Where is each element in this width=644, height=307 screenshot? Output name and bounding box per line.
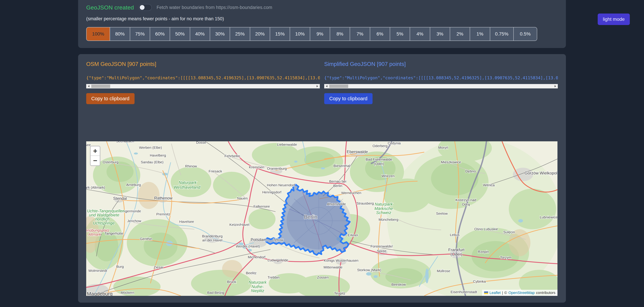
svg-text:Frankfurt: Frankfurt <box>448 248 464 252</box>
svg-text:Mittenwalde: Mittenwalde <box>324 265 342 269</box>
percent-option-9[interactable]: 9% <box>310 28 330 40</box>
percent-option-15[interactable]: 15% <box>270 28 290 40</box>
svg-text:Premnitz: Premnitz <box>156 212 170 216</box>
percent-option-25[interactable]: 25% <box>230 28 250 40</box>
status-text: GeoJSON created <box>86 4 134 11</box>
water-boundaries-toggle[interactable] <box>138 4 152 11</box>
svg-text:Brandenburg: Brandenburg <box>202 234 222 238</box>
svg-text:Strausberg: Strausberg <box>356 201 374 205</box>
leaflet-link[interactable]: Leaflet <box>490 290 501 295</box>
percent-option-6[interactable]: 6% <box>370 28 390 40</box>
svg-text:Naturpark: Naturpark <box>179 180 197 185</box>
svg-text:Sulęcin: Sulęcin <box>503 230 515 234</box>
leaflet-map[interactable]: seeSeehausenDosseWerben (Elbe)HavelbergO… <box>86 141 558 296</box>
svg-text:Hennigsdorf: Hennigsdorf <box>262 190 281 194</box>
svg-text:Märkische: Märkische <box>374 206 393 211</box>
light-mode-button[interactable]: light mode <box>598 14 630 25</box>
svg-text:Beelitz: Beelitz <box>246 271 256 275</box>
geojson-card: OSM GeoJSON [907 points] {"type":"MultiP… <box>78 54 566 302</box>
svg-text:Werneuchen: Werneuchen <box>341 191 362 195</box>
scrollbar-thumb[interactable] <box>329 84 348 88</box>
percent-option-60[interactable]: 60% <box>150 28 170 40</box>
svg-text:Wolmirstedt: Wolmirstedt <box>88 268 107 272</box>
percent-option-30[interactable]: 30% <box>210 28 230 40</box>
svg-text:Moryń: Moryń <box>438 146 448 150</box>
svg-text:Jerichow: Jerichow <box>127 219 142 223</box>
simplified-geojson-title: Simplified GeoJSON [907 points] <box>324 61 558 67</box>
scroll-right-arrow-icon[interactable] <box>315 84 320 88</box>
svg-text:Müllrose: Müllrose <box>437 269 450 273</box>
simplified-json-scrollbar[interactable] <box>324 84 558 88</box>
svg-text:Bad Belzig: Bad Belzig <box>207 290 224 294</box>
percent-option-100[interactable]: 100% <box>86 28 110 40</box>
zoom-in-button[interactable]: + <box>90 146 100 156</box>
svg-text:Naturpark: Naturpark <box>249 280 267 284</box>
svg-text:Nieplitz: Nieplitz <box>251 288 264 293</box>
svg-text:Ośno Lubuskie: Ośno Lubuskie <box>474 227 498 231</box>
svg-text:Rathenow: Rathenow <box>154 196 172 200</box>
percent-option-5[interactable]: 5% <box>390 28 410 40</box>
svg-text:Nauen: Nauen <box>237 196 248 200</box>
svg-text:Fehrbellin: Fehrbellin <box>224 154 240 158</box>
scrollbar-thumb[interactable] <box>91 84 110 88</box>
percent-option-7[interactable]: 7% <box>350 28 370 40</box>
svg-text:Rhinow: Rhinow <box>185 164 197 168</box>
osm-json-scrollbar[interactable] <box>86 84 320 88</box>
svg-text:Storkow (Mark): Storkow (Mark) <box>357 268 381 272</box>
svg-text:Falkensee: Falkensee <box>254 204 270 208</box>
svg-text:Sandau (Elbe): Sandau (Elbe) <box>141 160 164 164</box>
percent-option-1[interactable]: 1% <box>470 28 490 40</box>
percent-option-40[interactable]: 40% <box>190 28 210 40</box>
scroll-left-arrow-icon[interactable] <box>86 84 91 88</box>
svg-text:Havelberg: Havelberg <box>150 153 166 157</box>
percent-option-20[interactable]: 20% <box>250 28 270 40</box>
percent-option-3[interactable]: 3% <box>430 28 450 40</box>
svg-text:Schweiz: Schweiz <box>376 210 391 215</box>
svg-text:Cybinka: Cybinka <box>473 280 486 283</box>
svg-text:Werben (Elbe): Werben (Elbe) <box>139 146 162 150</box>
svg-text:Dosse: Dosse <box>196 141 206 144</box>
copy-simplified-geojson-button[interactable]: Copy to clipboard <box>324 93 372 104</box>
svg-text:Fürstenwalde/: Fürstenwalde/ <box>370 244 393 248</box>
svg-text:Arneburg: Arneburg <box>126 183 141 187</box>
percent-option-8[interactable]: 8% <box>330 28 350 40</box>
percent-option-0_5[interactable]: 0.5% <box>514 28 537 40</box>
svg-text:Brück: Brück <box>227 280 236 284</box>
percent-option-2[interactable]: 2% <box>450 28 470 40</box>
svg-text:Erkner: Erkner <box>348 233 358 237</box>
svg-text:Oderberg: Oderberg <box>372 144 388 148</box>
percent-option-50[interactable]: 50% <box>170 28 190 40</box>
scroll-right-arrow-icon[interactable] <box>553 84 558 88</box>
scroll-left-arrow-icon[interactable] <box>324 84 329 88</box>
svg-text:Seehausen: Seehausen <box>116 141 134 143</box>
contributors-text: contributors <box>536 290 556 295</box>
svg-text:ark (Altmark): ark (Altmark) <box>86 186 105 189</box>
svg-text:Kremmen: Kremmen <box>249 165 264 169</box>
svg-text:Torzym: Torzym <box>500 256 512 259</box>
svg-text:Werder (Havel): Werder (Havel) <box>236 244 260 248</box>
percent-option-75[interactable]: 75% <box>130 28 150 40</box>
ukraine-flag-icon <box>484 292 488 294</box>
status-row: GeoJSON created Fetch water boundaries f… <box>86 2 272 12</box>
percent-option-10[interactable]: 10% <box>290 28 310 40</box>
water-boundaries-toggle-label: Fetch water boundaries from https://osm-… <box>156 5 272 10</box>
svg-text:Eisenhüttenstadt: Eisenhüttenstadt <box>451 290 477 294</box>
percentage-hint: (smaller percentage means fewer points -… <box>86 16 224 22</box>
svg-text:Nuthe-: Nuthe- <box>252 284 264 289</box>
svg-text:Uchtspringe: Uchtspringe <box>93 221 114 225</box>
svg-text:see: see <box>86 143 91 147</box>
copy-osm-geojson-button[interactable]: Copy to clipboard <box>86 93 134 104</box>
svg-text:Ahrensfelde: Ahrensfelde <box>327 202 346 206</box>
zoom-out-button[interactable]: − <box>90 156 100 165</box>
svg-text:Ketzin/Havel: Ketzin/Havel <box>229 223 249 226</box>
percent-option-4[interactable]: 4% <box>410 28 430 40</box>
percent-option-0_75[interactable]: 0.75% <box>490 28 514 40</box>
svg-text:Hohen Neuendorf: Hohen Neuendorf <box>267 183 295 187</box>
svg-text:Teltow: Teltow <box>273 238 283 242</box>
osm-geojson-title: OSM GeoJSON [907 points] <box>86 61 320 67</box>
percent-option-80[interactable]: 80% <box>110 28 130 40</box>
svg-text:Königs Wusterhausen: Königs Wusterhausen <box>324 258 358 262</box>
openstreetmap-link[interactable]: OpenStreetMap <box>508 290 535 295</box>
svg-text:(Oder): (Oder) <box>450 252 462 256</box>
svg-text:Zossen: Zossen <box>317 276 329 279</box>
